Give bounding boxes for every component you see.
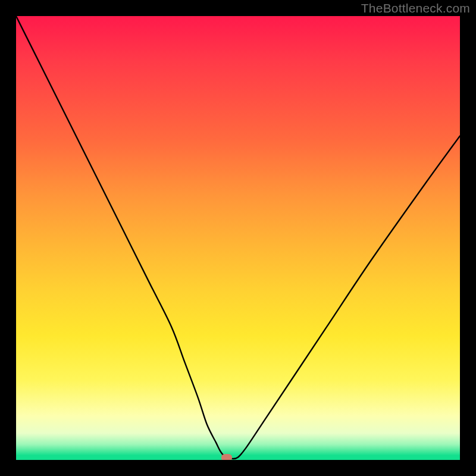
- optimal-point-marker: [221, 454, 232, 460]
- watermark-text: TheBottleneck.com: [361, 1, 470, 15]
- plot-area: [16, 16, 460, 460]
- chart-frame: TheBottleneck.com: [0, 0, 476, 476]
- background-gradient: [16, 16, 460, 460]
